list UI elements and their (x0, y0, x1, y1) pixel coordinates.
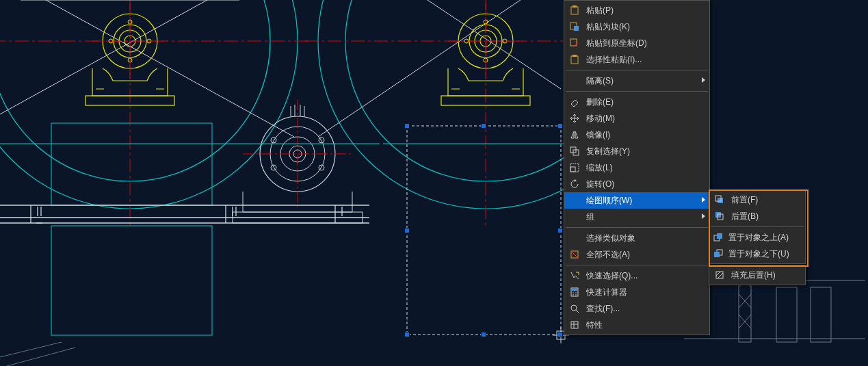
svg-point-83 (573, 294, 574, 296)
submenu-bring-front[interactable]: 前置(F) (709, 192, 805, 208)
selection-grip[interactable] (557, 332, 563, 337)
menu-label: 置于对象之下(U) (728, 248, 789, 260)
menu-label: 快速计算器 (586, 287, 627, 298)
bring-front-icon (713, 194, 726, 206)
selection-grip[interactable] (481, 123, 486, 129)
menu-quick-select[interactable]: 快速选择(Q)... (564, 267, 709, 284)
svg-point-29 (0, 0, 298, 209)
svg-rect-49 (407, 126, 561, 335)
menu-label: 绘图顺序(W) (586, 195, 632, 207)
hatch-back-icon (713, 269, 726, 281)
menu-label: 组 (586, 211, 594, 223)
menu-draw-order[interactable]: 绘图顺序(W) (564, 192, 709, 209)
menu-rotate[interactable]: 旋转(O) (564, 176, 709, 192)
context-menu: 粘贴(P) 粘贴为块(K) 粘贴到原坐标(D) 选择性粘贴(I)... 隔离(S… (564, 0, 710, 335)
svg-rect-87 (571, 322, 578, 328)
submenu-arrow-icon (702, 77, 705, 83)
menu-isolate[interactable]: 隔离(S) (564, 73, 709, 89)
menu-label: 置于对象之上(A) (728, 232, 789, 244)
menu-copy-selection[interactable]: 复制选择(Y) (564, 143, 709, 159)
svg-rect-97 (714, 252, 720, 257)
send-back-icon (713, 210, 726, 222)
menu-separator (566, 91, 708, 92)
menu-label: 镜像(I) (586, 129, 610, 141)
qselect-icon (568, 270, 581, 282)
menu-paste[interactable]: 粘贴(P) (564, 2, 709, 18)
svg-rect-95 (717, 233, 722, 239)
svg-point-85 (571, 305, 577, 311)
menu-quickcalc[interactable]: 快速计算器 (564, 284, 709, 300)
menu-move[interactable]: 移动(M) (564, 110, 709, 127)
selection-grip[interactable] (404, 123, 410, 129)
svg-line-78 (571, 251, 578, 258)
below-object-icon (713, 248, 723, 260)
paste-icon (568, 4, 581, 16)
menu-label: 后置(B) (731, 211, 759, 222)
svg-line-86 (576, 310, 579, 313)
draworder-submenu-tail: 填充后置(H) (709, 265, 806, 285)
menu-separator (566, 265, 708, 265)
svg-rect-60 (811, 287, 831, 342)
calculator-icon (568, 286, 581, 298)
menu-label: 快速选择(Q)... (586, 270, 637, 282)
svg-point-84 (575, 294, 577, 296)
copy-icon (568, 145, 581, 157)
rotate-icon (568, 178, 581, 190)
blank-icon (568, 75, 581, 87)
menu-separator (566, 227, 708, 228)
menu-erase[interactable]: 删除(E) (564, 94, 709, 110)
selection-grip[interactable] (557, 123, 563, 129)
menu-paste-block[interactable]: 粘贴为块(K) (564, 18, 709, 35)
menu-deselect-all[interactable]: 全部不选(A) (564, 246, 709, 263)
menu-label: 选择类似对象 (586, 233, 635, 244)
menu-label: 复制选择(Y) (586, 146, 630, 157)
menu-group[interactable]: 组 (564, 209, 709, 225)
submenu-above-object[interactable]: 置于对象之上(A) (709, 229, 805, 246)
menu-find[interactable]: 查找(F)... (564, 300, 709, 317)
svg-rect-66 (571, 7, 578, 14)
cad-drawing (0, 0, 868, 366)
selection-grip[interactable] (404, 332, 410, 337)
menu-separator (566, 70, 708, 70)
erase-icon (568, 96, 581, 108)
svg-rect-75 (570, 167, 575, 172)
menu-label: 前置(F) (731, 194, 758, 206)
svg-point-82 (575, 292, 577, 293)
paste-special-icon (568, 53, 581, 66)
svg-point-81 (573, 292, 574, 293)
blank-icon (568, 232, 581, 244)
submenu-hatch-back[interactable]: 填充后置(H) (709, 267, 805, 283)
blank-icon (568, 194, 581, 207)
selection-grip[interactable] (404, 228, 410, 233)
svg-rect-43 (51, 226, 212, 335)
menu-label: 隔离(S) (586, 75, 614, 87)
menu-scale[interactable]: 缩放(L) (564, 159, 709, 176)
drawing-canvas[interactable] (0, 0, 868, 366)
selection-grip[interactable] (481, 332, 486, 337)
menu-paste-special[interactable]: 选择性粘贴(I)... (564, 51, 709, 68)
menu-label: 填充后置(H) (731, 270, 776, 281)
draworder-submenu: 前置(F) 后置(B) 置于对象之上(A) 置于对象之下(U) (709, 189, 806, 264)
selection-grip[interactable] (557, 228, 563, 233)
svg-line-38 (0, 0, 294, 137)
paste-orig-icon (568, 37, 581, 49)
menu-properties[interactable]: 特性 (564, 317, 709, 333)
menu-label: 查找(F)... (586, 303, 620, 315)
submenu-below-object[interactable]: 置于对象之下(U) (709, 246, 805, 262)
menu-label: 特性 (586, 319, 603, 331)
svg-line-62 (7, 348, 75, 366)
svg-line-40 (318, 0, 561, 137)
svg-rect-76 (570, 164, 579, 172)
above-object-icon (713, 231, 723, 244)
menu-mirror[interactable]: 镜像(I) (564, 127, 709, 143)
menu-label: 移动(M) (586, 113, 615, 125)
menu-paste-orig[interactable]: 粘贴到原坐标(D) (564, 35, 709, 51)
deselect-icon (568, 248, 581, 261)
menu-select-similar[interactable]: 选择类似对象 (564, 230, 709, 246)
submenu-send-back[interactable]: 后置(B) (709, 208, 805, 224)
menu-label: 旋转(O) (586, 179, 614, 190)
svg-rect-72 (573, 55, 577, 57)
svg-rect-67 (573, 5, 577, 8)
svg-point-30 (0, 0, 270, 181)
svg-line-37 (0, 0, 294, 137)
